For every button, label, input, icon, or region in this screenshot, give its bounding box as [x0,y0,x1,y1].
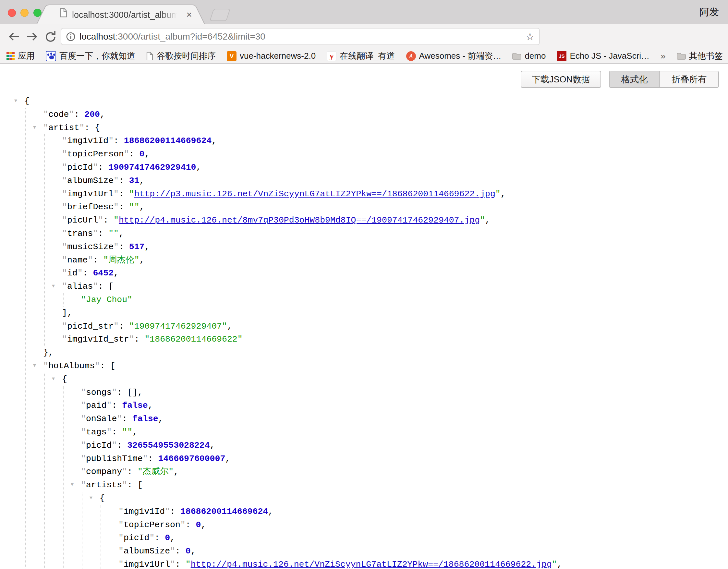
url-text[interactable]: localhost:3000/artist_album?id=6452&limi… [79,31,265,42]
bookmark-label: 其他书签 [689,50,723,62]
json-children: ▼{"songs": [],"paid": false,"onSale": fa… [44,373,562,569]
bookmark-vue-hackernews[interactable]: V vue-hackernews-2.0 [227,51,316,61]
json-line: "trans": "", [62,227,562,240]
collapse-triangle-icon[interactable]: ▼ [33,121,36,135]
bookmark-label: 百度一下，你就知道 [59,50,135,62]
json-toolbar: 下载JSON数据 格式化 折叠所有 [521,71,719,88]
page-file-icon [60,8,67,18]
json-line: "topicPerson": 0, [62,148,562,161]
json-line: "publishTime": 1466697600007, [81,452,562,466]
youdao-icon: y [327,51,336,61]
json-line: "picId": 19097417462929410, [62,161,562,174]
awesomes-icon: A [406,51,416,61]
bookmark-demo-folder[interactable]: demo [512,51,546,61]
bookmark-label: 在线翻译_有道 [340,50,395,62]
json-url-link[interactable]: http://p4.music.126.net/8mv7qP30Pd3oHW8b… [119,215,480,225]
page-info-icon[interactable] [66,32,76,42]
json-line: "picId": 3265549553028224, [81,439,562,452]
json-children: "img1v1Id": 18686200114669624,"topicPers… [101,505,562,569]
collapse-triangle-icon[interactable]: ▼ [52,373,55,386]
json-line: "img1v1Id": 18686200114669624, [62,134,562,148]
reload-button[interactable] [44,24,58,49]
echojs-icon: JS [557,51,566,61]
json-line: "onSale": false, [81,412,562,426]
profile-name[interactable]: 阿发 [699,6,719,19]
bookmarks-bar: 应用 百度一下，你就知道 谷歌按时间排序 V vue-hackernews-2.… [0,49,728,64]
bookmark-label: 应用 [18,50,35,62]
json-line: "img1v1Id_str": "18686200114669622" [62,333,562,346]
collapse-triangle-icon[interactable]: ▼ [71,478,74,492]
json-line: "tags": "", [81,426,562,439]
json-line: "img1v1Url": "http://p3.music.126.net/Vn… [62,188,562,201]
bookmark-other-bookmarks[interactable]: 其他书签 [677,50,723,62]
json-block: ▼"artist": {"img1v1Id": 1868620011466962… [43,121,562,359]
json-line: "code": 200, [43,108,562,121]
json-children: "img1v1Id": 18686200114669624,"topicPers… [44,134,562,346]
json-line: "picUrl": "http://p4.music.126.net/8mv7q… [62,214,562,227]
bookmark-apps[interactable]: 应用 [6,50,35,62]
url-host: localhost [79,31,115,42]
download-json-button[interactable]: 下载JSON数据 [521,71,601,88]
baidu-paw-icon [46,51,56,61]
json-block: ▼{"img1v1Id": 18686200114669624,"topicPe… [100,492,562,569]
json-line: "company": "杰威尔", [81,465,562,478]
browser-toolbar: localhost:3000/artist_album?id=6452&limi… [0,24,728,49]
bookmark-google-sort[interactable]: 谷歌按时间排序 [146,50,216,62]
json-line: "name": "周杰伦", [62,254,562,267]
json-line: "picId_str": "19097417462929407", [62,320,562,333]
url-bar[interactable]: localhost:3000/artist_album?id=6452&limi… [61,28,540,45]
json-opener-line: ▼{ [62,373,562,386]
json-line: "musicSize": 517, [62,240,562,254]
bookmark-youdao-translate[interactable]: y 在线翻译_有道 [327,50,395,62]
json-line: "topicPerson": 0, [118,518,562,532]
tab-bar: localhost:3000/artist_album?id × 阿发 [0,0,728,24]
json-line: "img1v1Id": 18686200114669624, [118,505,562,518]
json-closer-line: ], [62,307,562,320]
bookmark-baidu[interactable]: 百度一下，你就知道 [46,50,135,62]
json-line: "briefDesc": "", [62,200,562,214]
json-block: ▼"alias": ["Jay Chou"], [62,280,562,320]
json-line: "paid": false, [81,399,562,412]
page-content: 下载JSON数据 格式化 折叠所有 ▼{"code": 200,▼"artist… [0,64,728,569]
forward-button[interactable] [26,24,39,49]
url-path: :3000/artist_album?id=6452&limit=30 [115,31,265,42]
tab-close-icon[interactable]: × [184,9,195,20]
json-opener-line: ▼"hotAlbums": [ [43,359,562,373]
collapse-triangle-icon[interactable]: ▼ [52,280,55,293]
back-button[interactable] [7,24,20,49]
collapse-triangle-icon[interactable]: ▼ [14,95,17,108]
page-icon [146,52,153,61]
json-line: "songs": [], [81,386,562,399]
json-line: "albumSize": 31, [62,174,562,188]
collapse-triangle-icon[interactable]: ▼ [33,359,36,373]
bookmark-label: demo [525,51,546,61]
json-block: ▼"artists": [▼{"img1v1Id": 1868620011466… [81,478,562,569]
json-opener-line: ▼{ [100,492,562,505]
folder-icon [677,53,686,60]
collapse-all-button[interactable]: 折叠所有 [659,71,718,87]
json-children: "Jay Chou" [63,293,562,307]
vue-icon: V [227,51,237,61]
bookmarks-overflow-chevron[interactable]: » [661,51,666,61]
bookmark-echojs[interactable]: JS Echo JS - JavaScri… [557,51,649,61]
json-block: ▼{"songs": [],"paid": false,"onSale": fa… [62,373,562,569]
json-children: "songs": [],"paid": false,"onSale": fals… [63,386,562,569]
json-line: "albumSize": 0, [118,545,562,558]
json-line: "img1v1Url": "http://p4.music.126.net/Vn… [118,558,562,569]
json-line: "id": 6452, [62,267,562,280]
json-children: "code": 200,▼"artist": {"img1v1Id": 1868… [25,108,562,569]
bookmark-star-icon[interactable]: ☆ [525,30,535,43]
json-url-link[interactable]: http://p3.music.126.net/VnZiScyynLG7atLI… [134,189,495,199]
json-children: ▼{"img1v1Id": 18686200114669624,"topicPe… [82,492,562,569]
bookmark-awesomes[interactable]: A Awesomes - 前端资… [406,50,502,62]
json-line: "Jay Chou" [81,293,562,307]
json-opener-line: ▼"alias": [ [62,280,562,293]
json-url-link[interactable]: http://p4.music.126.net/VnZiScyynLG7atLI… [191,560,552,569]
format-button[interactable]: 格式化 [610,71,659,87]
bookmark-label: Echo JS - JavaScri… [570,51,649,61]
json-opener-line: ▼"artist": { [43,121,562,135]
json-block: ▼{"code": 200,▼"artist": {"img1v1Id": 18… [24,95,562,569]
json-line: "picId": 0, [118,531,562,545]
collapse-triangle-icon[interactable]: ▼ [90,492,92,505]
view-mode-segmented-control: 格式化 折叠所有 [609,71,719,88]
